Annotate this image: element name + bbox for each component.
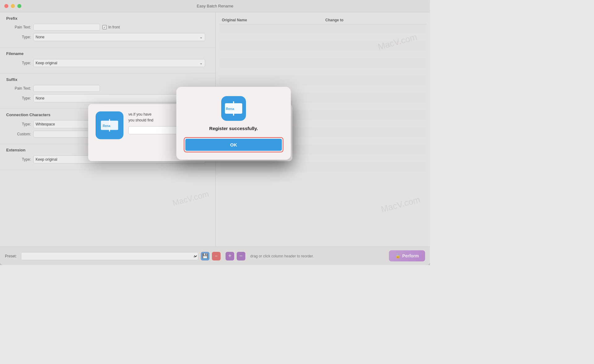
success-rena-svg: Rena [224,101,243,116]
success-message: Register successfully. [184,126,283,131]
ok-button[interactable]: OK [185,139,282,151]
main-window: Easy Batch Rename MacV.com Prefix Pain T… [0,0,430,265]
reg-app-icon: Rena [96,112,123,139]
success-dialog[interactable]: Rena Register successfully. OK [176,87,291,160]
svg-text:Rena: Rena [103,124,110,128]
ok-btn-wrapper: OK [184,137,283,152]
svg-text:Rena: Rena [226,107,235,111]
success-app-icon: Rena [221,96,246,121]
rena-icon-svg: Rena [100,118,119,133]
